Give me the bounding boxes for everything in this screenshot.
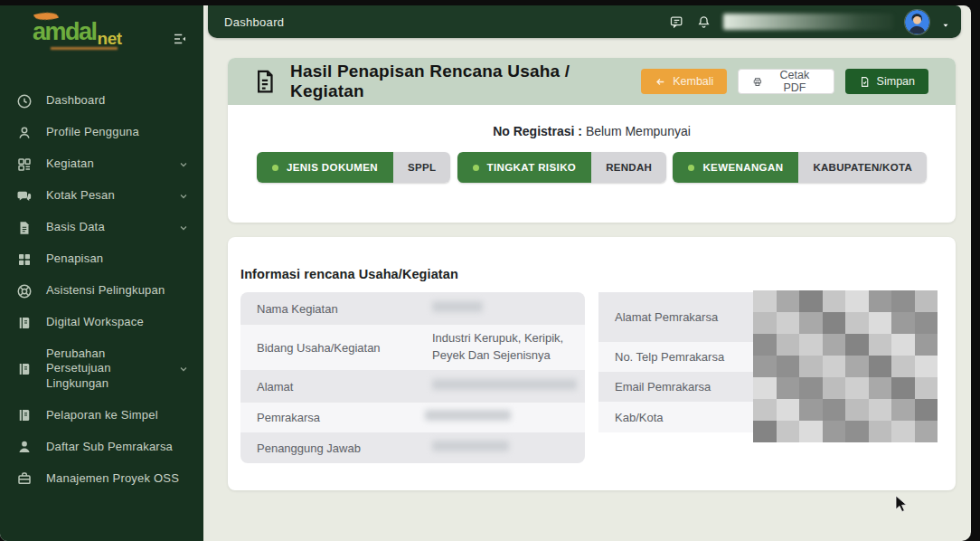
row-label: Bidang Usaha/Kegiatan	[257, 341, 432, 355]
mosaic-cell	[823, 377, 846, 399]
status-dot-icon	[473, 165, 479, 171]
app-window: amdalnet Dashboard Profile Pengguna Kegi…	[0, 5, 971, 541]
table-row: Nama Kegiatan	[240, 292, 585, 325]
mosaic-cell	[799, 312, 823, 334]
sidebar-item-profile-pengguna[interactable]: Profile Pengguna	[0, 117, 203, 148]
print-pdf-button[interactable]: Cetak PDF	[738, 69, 834, 94]
page-title: Hasil Penapisan Rencana Usaha / Kegiatan	[290, 62, 641, 101]
mosaic-cell	[891, 290, 915, 312]
mosaic-cell	[891, 312, 915, 334]
info-card: Informasi rencana Usaha/Kegiatan Nama Ke…	[228, 237, 956, 490]
penapisan-result-card: Hasil Penapisan Rencana Usaha / Kegiatan…	[228, 58, 956, 223]
mosaic-cell	[891, 399, 915, 421]
sidebar-item-pelaporan-ke-simpel[interactable]: Pelaporan ke Simpel	[0, 400, 203, 432]
mosaic-cell	[799, 421, 823, 442]
mosaic-cell	[845, 399, 869, 421]
user-icon	[16, 125, 33, 141]
info-table-left: Nama Kegiatan Bidang Usaha/Kegiatan Indu…	[240, 292, 585, 463]
printer-icon	[752, 76, 763, 88]
sidebar-item-label: Profile Pengguna	[46, 125, 189, 140]
bell-icon[interactable]	[696, 14, 711, 30]
squares-icon	[16, 252, 33, 268]
sidebar-item-kegiatan[interactable]: Kegiatan	[0, 148, 203, 180]
document-icon	[16, 220, 33, 236]
sidebar-item-label: Kotak Pesan	[46, 188, 165, 204]
table-row: Penanggung Jawab	[240, 432, 585, 463]
messages-icon[interactable]	[669, 14, 684, 30]
chevron-down-icon	[178, 223, 189, 233]
mosaic-cell	[891, 421, 915, 442]
caret-down-icon[interactable]	[941, 17, 950, 26]
save-button-label: Simpan	[877, 75, 915, 88]
row-label: Pemrakarsa	[257, 411, 432, 424]
badge-kewenangan: KEWENANGAN KABUPATEN/KOTA	[673, 152, 927, 183]
status-dot-icon	[272, 165, 278, 171]
sidebar-item-label: Asistensi Pelingkupan	[46, 283, 189, 299]
mosaic-cell	[753, 334, 777, 356]
back-button-label: Kembali	[673, 75, 713, 88]
mosaic-cell	[777, 312, 800, 334]
mosaic-cell	[915, 290, 938, 312]
chevron-down-icon	[178, 159, 189, 170]
back-button[interactable]: Kembali	[641, 69, 727, 94]
sidebar-item-perubahan-persetujuan-lingkungan[interactable]: Perubahan Persetujuan Lingkungan	[0, 338, 203, 400]
sidebar-item-label: Manajemen Proyek OSS	[46, 471, 189, 487]
redacted-value	[425, 410, 511, 421]
avatar[interactable]	[905, 10, 929, 34]
file-text-icon	[251, 68, 278, 95]
save-file-icon	[859, 76, 871, 88]
mosaic-cell	[823, 312, 846, 334]
status-dot-icon	[688, 165, 694, 171]
arrow-left-icon	[655, 76, 666, 88]
mosaic-cell	[799, 290, 823, 312]
mosaic-cell	[845, 356, 869, 377]
amdalnet-logo[interactable]: amdalnet	[33, 18, 121, 50]
sidebar-item-digital-workspace[interactable]: Digital Workspace	[0, 307, 203, 338]
sidebar-item-penapisan[interactable]: Penapisan	[0, 243, 203, 275]
mosaic-cell	[799, 356, 823, 377]
mosaic-cell	[869, 334, 892, 356]
sidebar-item-label: Penapisan	[46, 252, 189, 267]
sidebar-item-manajemen-proyek-oss[interactable]: Manajemen Proyek OSS	[0, 463, 203, 495]
mosaic-cell	[845, 421, 869, 442]
chevron-down-icon	[178, 364, 189, 375]
row-value: Industri Kerupuk, Keripik, Peyek Dan Sej…	[432, 330, 585, 365]
chat-icon	[16, 188, 33, 204]
info-heading: Informasi rencana Usaha/Kegiatan	[228, 237, 956, 281]
mosaic-cell	[891, 356, 915, 377]
mosaic-cell	[823, 399, 846, 421]
mosaic-cell	[777, 377, 800, 399]
badge-value: KABUPATEN/KOTA	[798, 152, 927, 183]
save-button[interactable]: Simpan	[845, 69, 928, 94]
logo-tagline	[51, 47, 118, 50]
mosaic-cell	[845, 290, 869, 312]
sidebar-item-label: Daftar Sub Pemrakarsa	[46, 440, 189, 455]
mosaic-cell	[869, 312, 892, 334]
mosaic-cell	[891, 334, 915, 356]
book-icon	[16, 315, 33, 331]
info-table-right: Alamat Pemrakarsa No. Telp Pemrakarsa Em…	[598, 292, 938, 463]
sidebar-item-basis-data[interactable]: Basis Data	[0, 212, 203, 243]
book-icon	[16, 361, 33, 377]
menu-fold-icon[interactable]	[172, 31, 188, 47]
sidebar-item-daftar-sub-pemrakarsa[interactable]: Daftar Sub Pemrakarsa	[0, 432, 203, 463]
sidebar-item-asistensi-pelingkupan[interactable]: Asistensi Pelingkupan	[0, 275, 203, 307]
logo-text-secondary: net	[98, 29, 122, 48]
registration-line: No Registrasi : Belum Mempunyai	[228, 124, 956, 138]
mosaic-cell	[915, 312, 938, 334]
table-row: Bidang Usaha/Kegiatan Industri Kerupuk, …	[240, 325, 585, 370]
sidebar-item-label: Kegiatan	[46, 157, 165, 172]
mosaic-cell	[869, 377, 892, 399]
briefcase-icon	[16, 470, 33, 487]
mosaic-cell	[823, 356, 846, 377]
mosaic-cell	[915, 421, 938, 442]
sidebar-item-kotak-pesan[interactable]: Kotak Pesan	[0, 180, 203, 212]
chevron-down-icon	[178, 191, 189, 202]
redacted-value	[432, 301, 483, 312]
lifebuoy-icon	[16, 283, 33, 299]
mosaic-cell	[753, 290, 777, 312]
mosaic-cell	[777, 399, 800, 421]
mouse-cursor	[895, 495, 909, 514]
sidebar-item-dashboard[interactable]: Dashboard	[0, 85, 203, 117]
censored-value-mosaic	[753, 290, 938, 442]
